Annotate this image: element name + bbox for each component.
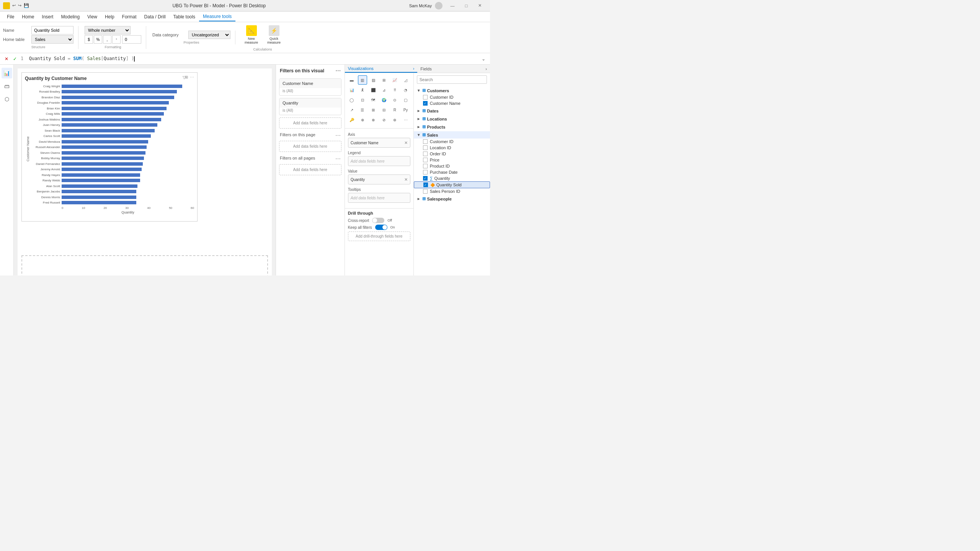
tab-format[interactable]: Format <box>118 13 140 21</box>
bar-track[interactable] <box>62 190 193 193</box>
viz-donut[interactable]: ◯ <box>347 95 356 104</box>
percent-button[interactable]: % <box>94 35 102 44</box>
cancel-formula-icon[interactable]: ✕ <box>3 55 10 62</box>
viz-more[interactable]: ⋯ <box>401 115 410 124</box>
tab-data-drill[interactable]: Data / Drill <box>140 13 170 21</box>
viz-treemap[interactable]: ⊡ <box>358 95 367 104</box>
table-locations-header[interactable]: ► ⊞ Locations <box>414 115 490 122</box>
bar-track[interactable] <box>62 118 193 121</box>
add-visual-filter[interactable]: Add data fields here <box>279 117 341 129</box>
table-salespeople-header[interactable]: ► ⊞ Salespeople <box>414 195 490 202</box>
tab-fields[interactable]: Fields › <box>417 65 490 73</box>
table-products-header[interactable]: ► ⊞ Products <box>414 123 490 130</box>
viz-stacked-col[interactable]: ▨ <box>369 75 378 85</box>
sales-quantity-checkbox[interactable]: ✓ <box>423 176 428 181</box>
chart-more-icon[interactable]: ⋯ <box>190 75 194 80</box>
viz-custom1[interactable]: ⊕ <box>358 115 367 124</box>
formula-expand-icon[interactable]: ⌄ <box>480 55 487 62</box>
tab-insert[interactable]: Insert <box>38 13 57 21</box>
sales-salespersonid-field[interactable]: Sales Person ID <box>414 188 490 194</box>
filters-page-menu[interactable]: ⋯ <box>335 132 341 139</box>
sales-orderid-checkbox[interactable] <box>423 152 428 156</box>
viz-custom2[interactable]: ⊗ <box>369 115 378 124</box>
viz-stacked-bar[interactable]: ▬ <box>347 75 356 85</box>
comma-button[interactable]: , <box>103 35 111 44</box>
viz-map[interactable]: 🗺 <box>369 95 378 104</box>
viz-custom3[interactable]: ⊘ <box>379 115 389 124</box>
add-all-filter[interactable]: Add data fields here <box>279 164 341 175</box>
viz-line[interactable]: 📈 <box>390 75 399 85</box>
sales-customerid-field[interactable]: Customer ID <box>414 139 490 145</box>
viz-filled-map[interactable]: 🌍 <box>379 95 389 104</box>
tab-view[interactable]: View <box>83 13 101 21</box>
viz-funnel[interactable]: ⊿ <box>379 85 389 95</box>
filters-menu-icon[interactable]: ⋯ <box>335 68 341 74</box>
filter-customer-name-header[interactable]: Customer Name <box>279 79 341 88</box>
table-dates-header[interactable]: ► ⊞ Dates <box>414 107 490 114</box>
data-category-select[interactable]: Uncategorized <box>188 31 230 39</box>
undo-icon[interactable]: ↩ <box>12 3 16 8</box>
viz-scatter[interactable]: ⠿ <box>390 85 399 95</box>
sales-purchasedate-field[interactable]: Purchase Date <box>414 169 490 175</box>
sales-quantitysold-field[interactable]: ✓ 🔶 Quantity Sold <box>414 181 490 188</box>
viz-r-script[interactable]: R <box>390 105 399 114</box>
bar-track[interactable] <box>62 101 193 104</box>
decimal-places-input[interactable] <box>122 35 141 44</box>
tooltips-well-empty[interactable]: Add data fields here <box>348 193 410 203</box>
bar-track[interactable] <box>62 90 193 93</box>
measure-name-input[interactable] <box>31 26 74 34</box>
home-table-select[interactable]: Sales <box>31 35 74 44</box>
bar-track[interactable] <box>62 156 193 160</box>
table-sales-header[interactable]: ▼ ⊞ Sales <box>414 131 490 139</box>
sales-price-field[interactable]: Price <box>414 157 490 163</box>
legend-well-empty[interactable]: Add data fields here <box>348 156 410 166</box>
bar-track[interactable] <box>62 151 193 155</box>
tab-measure-tools[interactable]: Measure tools <box>199 12 235 21</box>
quick-measure-button[interactable]: ⚡ Quick measure <box>264 24 284 46</box>
sales-locationid-field[interactable]: Location ID <box>414 145 490 151</box>
sales-salespersonid-checkbox[interactable] <box>423 189 428 194</box>
customers-customerid-checkbox[interactable] <box>423 95 428 99</box>
tab-visualizations[interactable]: Visualizations › <box>345 65 418 73</box>
sales-purchasedate-checkbox[interactable] <box>423 170 428 174</box>
tab-file[interactable]: File <box>3 13 18 21</box>
sales-productid-field[interactable]: Product ID <box>414 163 490 169</box>
customers-customerid-field[interactable]: Customer ID <box>414 94 490 100</box>
filters-all-menu[interactable]: ⋯ <box>335 156 341 162</box>
bar-track[interactable] <box>62 184 193 188</box>
fields-tab-expand[interactable]: › <box>485 67 487 71</box>
new-measure-button[interactable]: 📐 New measure <box>242 24 261 46</box>
viz-python[interactable]: Py <box>401 105 410 114</box>
value-remove-icon[interactable]: ✕ <box>404 177 408 182</box>
sales-quantity-field[interactable]: ✓ ∑ Quantity <box>414 175 490 181</box>
viz-waterfall[interactable]: ⬛ <box>369 85 378 95</box>
viz-gauge[interactable]: ⊙ <box>390 95 399 104</box>
maximize-button[interactable]: □ <box>459 0 473 11</box>
formula-text[interactable]: 1 Quantity Sold = SUM( Sales[Quantity] ) <box>21 56 478 62</box>
bar-track[interactable] <box>62 85 193 88</box>
viz-ai-decomp[interactable]: 🔑 <box>347 115 356 124</box>
nav-report-icon[interactable]: 📊 <box>2 68 12 78</box>
close-button[interactable]: ✕ <box>473 0 487 11</box>
bar-track[interactable] <box>62 168 193 171</box>
customers-customername-field[interactable]: ✓ Customer Name <box>414 100 490 106</box>
tab-home[interactable]: Home <box>18 13 38 21</box>
tab-modeling[interactable]: Modeling <box>57 13 83 21</box>
axis-remove-icon[interactable]: ✕ <box>404 140 408 145</box>
sales-orderid-field[interactable]: Order ID <box>414 151 490 157</box>
sales-locationid-checkbox[interactable] <box>423 145 428 150</box>
bar-track[interactable] <box>62 129 193 132</box>
viz-line-col[interactable]: 📊 <box>347 85 356 95</box>
axis-well-value[interactable]: Customer Name ✕ <box>348 138 410 148</box>
viz-clustered-bar[interactable]: ▥ <box>358 75 367 85</box>
viz-matrix[interactable]: ⊟ <box>379 105 389 114</box>
value-well-value[interactable]: Quantity ✕ <box>348 174 410 184</box>
add-page-filter[interactable]: Add data fields here <box>279 141 341 152</box>
fields-search-input[interactable] <box>417 75 487 84</box>
nav-model-icon[interactable]: ⬡ <box>2 94 12 104</box>
bar-track[interactable] <box>62 112 193 116</box>
keep-filters-toggle[interactable] <box>375 225 387 230</box>
viz-area[interactable]: ◿ <box>401 75 410 85</box>
viz-kpi[interactable]: ↗ <box>347 105 356 114</box>
sales-quantitysold-checkbox[interactable]: ✓ <box>423 183 428 187</box>
